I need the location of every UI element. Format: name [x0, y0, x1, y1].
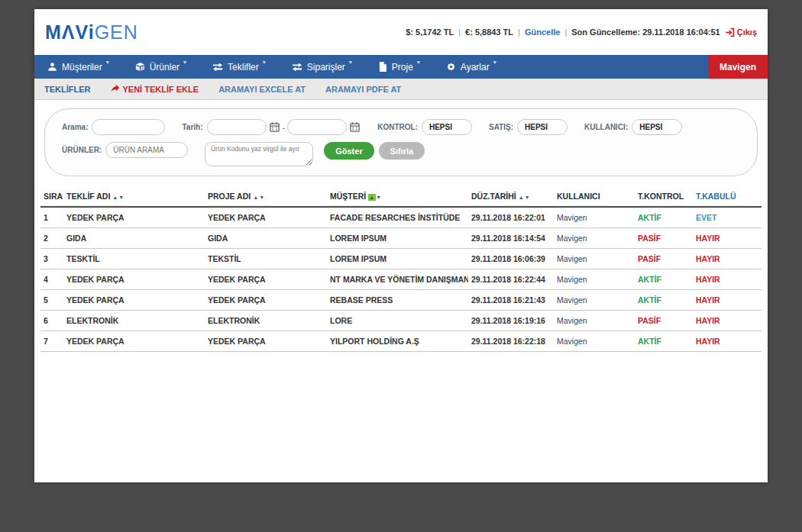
reset-button[interactable]: Sıfırla	[379, 142, 425, 160]
column-header-teklif[interactable]: TEKLİF ADI▲▼	[63, 189, 205, 207]
nav-item-label: Siparişler	[307, 62, 345, 73]
brand-button[interactable]: Mavigen	[708, 55, 768, 79]
cell-proje: TEKSTİL	[205, 249, 327, 269]
cell-kabul: HAYIR	[693, 311, 762, 331]
cell-sira: 4	[40, 269, 63, 290]
column-header-proje[interactable]: PROJE ADI▲▼	[205, 189, 327, 207]
table-row[interactable]: 7YEDEK PARÇAYEDEK PARÇAYILPORT HOLDİNG A…	[40, 331, 762, 352]
separator: |	[458, 27, 461, 37]
column-header-label: T.KONTROL	[638, 192, 684, 201]
cell-kabul: HAYIR	[693, 249, 762, 269]
cell-kabul: HAYIR	[693, 269, 762, 290]
column-header-musteri[interactable]: MÜŞTERİ▲▼	[327, 189, 468, 207]
nav-item-urunler[interactable]: Ürünler▾	[122, 55, 199, 79]
document-icon	[378, 62, 387, 72]
control-label: KONTROL:	[377, 123, 418, 131]
table-row[interactable]: 6ELEKTRONİKELEKTRONİKLORE29.11.2018 16:1…	[40, 311, 762, 331]
table-row[interactable]: 2GIDAGIDALOREM IPSUM29.11.2018 16:14:54M…	[40, 228, 762, 249]
chevron-down-icon: ▾	[183, 59, 186, 66]
search-input[interactable]	[92, 119, 165, 135]
cell-kullanici: Mavigen	[554, 269, 635, 290]
cell-proje: YEDEK PARÇA	[205, 207, 327, 228]
forward-arrow-icon	[111, 84, 120, 95]
user-filter-input[interactable]	[632, 119, 682, 135]
cell-musteri: FACADE RESARCHES İNSTİTÜDE	[327, 207, 468, 228]
update-rates-link[interactable]: Güncelle	[525, 27, 560, 37]
nav-item-teklifler[interactable]: Teklifler▾	[199, 55, 279, 79]
logo-text-primary: MΛVi	[45, 21, 95, 43]
cell-musteri: YILPORT HOLDİNG A.Ş	[327, 331, 468, 352]
cell-teklif: YEDEK PARÇA	[63, 290, 205, 311]
nav-item-proje[interactable]: Proje▾	[365, 55, 433, 79]
column-header-sira: SIRA	[40, 189, 63, 207]
calendar-icon[interactable]	[269, 121, 280, 134]
cell-musteri: LOREM IPSUM	[327, 228, 468, 249]
sort-arrows-icon[interactable]: ▲▼	[112, 195, 125, 200]
product-codes-textarea[interactable]	[205, 142, 313, 166]
column-header-kullanici: KULLANICI	[554, 189, 635, 207]
main-nav-items: Müşteriler▾Ürünler▾Teklifler▾Siparişler▾…	[34, 55, 509, 79]
products-icon	[135, 62, 145, 72]
chevron-down-icon: ▾	[263, 59, 266, 66]
nav-item-musteriler[interactable]: Müşteriler▾	[34, 55, 122, 79]
column-header-label: MÜŞTERİ	[330, 192, 366, 201]
cell-proje: YEDEK PARÇA	[205, 331, 327, 352]
new-offer-button[interactable]: YENİ TEKLİF EKLE	[111, 84, 199, 95]
cell-proje: ELEKTRONİK	[205, 311, 327, 331]
cell-teklif: YEDEK PARÇA	[63, 269, 205, 290]
chevron-down-icon: ▾	[417, 59, 420, 66]
sort-arrows-icon[interactable]: ▲▼	[368, 195, 382, 200]
cell-teklif: GIDA	[63, 228, 205, 249]
cell-kullanici: Mavigen	[554, 290, 635, 311]
gear-icon	[446, 62, 456, 72]
cell-kabul: HAYIR	[693, 290, 762, 311]
export-excel-link[interactable]: ARAMAYI EXCELE AT	[218, 85, 306, 94]
calendar-icon[interactable]	[349, 121, 361, 134]
cell-musteri: LOREM IPSUM	[327, 249, 468, 269]
nav-item-label: Ayarlar	[461, 62, 490, 73]
date-from-input[interactable]	[207, 119, 267, 135]
mavigen-logo[interactable]: MΛViGEN	[45, 21, 138, 44]
user-label: KULLANICI:	[584, 123, 628, 131]
export-pdf-link[interactable]: ARAMAYI PDFE AT	[325, 85, 401, 94]
nav-item-siparisler[interactable]: Siparişler▾	[279, 55, 365, 79]
nav-item-ayarlar[interactable]: Ayarlar▾	[433, 55, 509, 79]
cell-kullanici: Mavigen	[554, 311, 635, 331]
chevron-down-icon: ▾	[106, 59, 109, 66]
sort-arrows-icon[interactable]: ▲▼	[519, 195, 531, 200]
topbar-info: $: 5,1742 TL | €: 5,8843 TL | Güncelle |…	[406, 27, 757, 37]
main-nav: Müşteriler▾Ürünler▾Teklifler▾Siparişler▾…	[34, 55, 768, 79]
sales-filter-input[interactable]	[517, 119, 568, 135]
cell-kontrol: AKTİF	[635, 207, 693, 228]
cell-tarih: 29.11.2018 16:22:18	[468, 331, 554, 352]
logout-button[interactable]: Çıkış	[725, 27, 757, 37]
logout-icon	[725, 27, 735, 37]
new-offer-label: YENİ TEKLİF EKLE	[123, 85, 199, 94]
products-label: ÜRÜNLER:	[62, 146, 102, 154]
cell-kullanici: Mavigen	[554, 207, 635, 228]
product-search-input[interactable]	[105, 142, 188, 158]
offers-icon	[212, 62, 223, 72]
column-header-kabul: T.KABULÜ	[693, 189, 762, 207]
table-row[interactable]: 3TESKTİLTEKSTİLLOREM IPSUM29.11.2018 16:…	[40, 249, 762, 269]
column-header-tarih[interactable]: DÜZ.TARİHİ▲▼	[468, 189, 554, 207]
table-row[interactable]: 4YEDEK PARÇAYEDEK PARÇANT MARKA VE YÖNET…	[40, 269, 762, 290]
cell-tarih: 29.11.2018 16:22:01	[468, 207, 554, 228]
cell-tarih: 29.11.2018 16:06:39	[468, 249, 554, 269]
filter-panel: Arama: Tarih: - KONTROL: SATIŞ: KULLANIC…	[44, 108, 758, 176]
orders-icon	[292, 62, 302, 72]
control-filter-input[interactable]	[422, 119, 472, 135]
table-row[interactable]: 5YEDEK PARÇAYEDEK PARÇAREBASE PRESS29.11…	[40, 290, 762, 311]
cell-sira: 1	[40, 207, 63, 228]
cell-tarih: 29.11.2018 16:14:54	[468, 228, 554, 249]
sort-arrows-icon[interactable]: ▲▼	[253, 195, 265, 200]
cell-kontrol: AKTİF	[635, 290, 693, 311]
offers-table: SIRATEKLİF ADI▲▼PROJE ADI▲▼MÜŞTERİ▲▼DÜZ.…	[40, 189, 762, 352]
cell-teklif: YEDEK PARÇA	[63, 207, 205, 228]
cell-musteri: REBASE PRESS	[327, 290, 468, 311]
cell-kabul: HAYIR	[693, 331, 762, 352]
table-row[interactable]: 1YEDEK PARÇAYEDEK PARÇAFACADE RESARCHES …	[40, 207, 762, 228]
show-button[interactable]: Göster	[324, 142, 374, 160]
cell-sira: 5	[40, 290, 63, 311]
date-to-input[interactable]	[287, 119, 347, 135]
